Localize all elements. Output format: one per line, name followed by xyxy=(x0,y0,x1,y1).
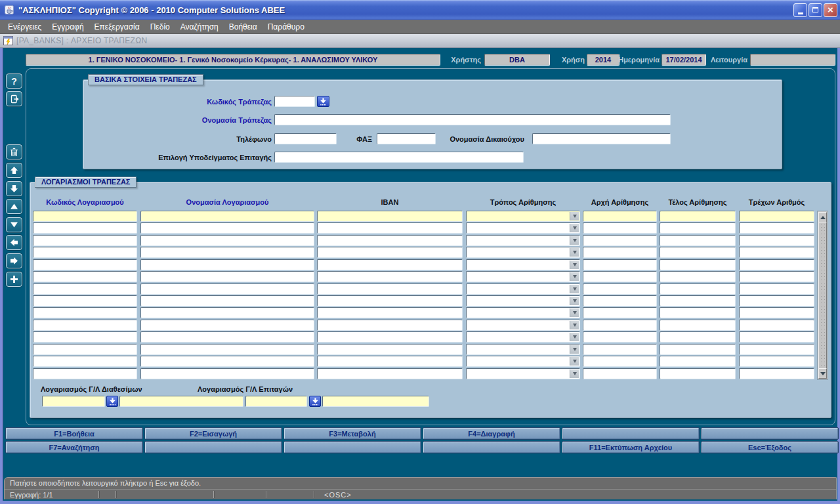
dropdown-arrow-icon[interactable] xyxy=(570,272,579,281)
grid-cell-r1-c7[interactable] xyxy=(739,211,814,222)
grid-cell-r5-c6[interactable] xyxy=(660,259,736,270)
grid-cell-r8-c3[interactable] xyxy=(317,295,463,306)
dropdown-arrow-icon[interactable] xyxy=(570,297,579,305)
grid-cell-r13-c3[interactable] xyxy=(317,356,463,367)
grid-cell-r4-c6[interactable] xyxy=(660,247,736,258)
grid-cell-r11-c5[interactable] xyxy=(583,331,657,343)
grid-cell-r1-c6[interactable] xyxy=(660,211,736,222)
grid-cell-r5-c3[interactable] xyxy=(317,259,463,270)
grid-cell-r3-c7[interactable] xyxy=(739,235,814,246)
grid-cell-r8-c2[interactable] xyxy=(140,295,314,306)
bank-code-lov-button[interactable] xyxy=(317,96,329,107)
grid-cell-r7-c5[interactable] xyxy=(583,284,657,295)
grid-cell-r5-c4[interactable] xyxy=(466,259,580,270)
fkey-f4-button[interactable]: F4=Διαγραφή xyxy=(423,427,560,440)
fkey-blank-button[interactable] xyxy=(423,441,560,453)
grid-cell-r12-c6[interactable] xyxy=(660,344,736,355)
fkey-esc-button[interactable]: Esc=Έξοδος xyxy=(701,441,839,453)
grid-cell-r5-c5[interactable] xyxy=(583,259,657,270)
grid-cell-r11-c4[interactable] xyxy=(466,331,580,343)
dropdown-arrow-icon[interactable] xyxy=(570,345,579,354)
grid-cell-r4-c4[interactable] xyxy=(466,247,580,258)
grid-cell-r6-c2[interactable] xyxy=(140,271,314,282)
grid-cell-r9-c3[interactable] xyxy=(317,307,463,318)
grid-cell-r1-c1[interactable] xyxy=(33,211,137,222)
phone-input[interactable] xyxy=(274,133,337,144)
grid-cell-r12-c4[interactable] xyxy=(466,344,580,355)
grid-cell-r1-c2[interactable] xyxy=(140,211,314,222)
maximize-button[interactable] xyxy=(808,3,822,17)
menu-item-3[interactable]: Επεξεργασία xyxy=(89,21,145,33)
grid-cell-r3-c3[interactable] xyxy=(317,235,463,246)
scrollbar-up-icon[interactable] xyxy=(818,212,827,222)
fax-input[interactable] xyxy=(377,133,436,144)
grid-cell-r11-c6[interactable] xyxy=(660,331,736,343)
grid-cell-r2-c5[interactable] xyxy=(583,222,657,234)
menu-item-2[interactable]: Εγγραφή xyxy=(47,21,89,33)
grid-cell-r8-c1[interactable] xyxy=(33,295,137,306)
grid-cell-r6-c6[interactable] xyxy=(660,271,736,282)
grid-cell-r14-c6[interactable] xyxy=(660,368,736,379)
grid-cell-r12-c7[interactable] xyxy=(739,344,814,355)
fkey-f3-button[interactable]: F3=Μεταβολή xyxy=(284,427,421,440)
dropdown-arrow-icon[interactable] xyxy=(570,369,579,378)
grid-cell-r2-c4[interactable] xyxy=(466,222,580,234)
grid-cell-r3-c5[interactable] xyxy=(583,235,657,246)
grid-cell-r12-c2[interactable] xyxy=(140,344,314,355)
grid-cell-r7-c1[interactable] xyxy=(33,284,137,295)
grid-cell-r4-c1[interactable] xyxy=(33,247,137,258)
grid-cell-r10-c7[interactable] xyxy=(739,320,814,331)
gl-available-name-input[interactable] xyxy=(119,396,243,407)
exit-button[interactable] xyxy=(6,91,22,106)
grid-cell-r11-c3[interactable] xyxy=(317,331,463,343)
grid-cell-r10-c2[interactable] xyxy=(140,320,314,331)
dropdown-arrow-icon[interactable] xyxy=(570,357,579,366)
dropdown-arrow-icon[interactable] xyxy=(570,248,579,257)
grid-cell-r13-c1[interactable] xyxy=(33,356,137,367)
scroll-down-button[interactable] xyxy=(6,217,22,232)
fkey-blank-button[interactable] xyxy=(284,441,421,453)
grid-cell-r9-c1[interactable] xyxy=(33,307,137,318)
gl-cheques-name-input[interactable] xyxy=(322,396,429,407)
grid-cell-r4-c5[interactable] xyxy=(583,247,657,258)
dropdown-arrow-icon[interactable] xyxy=(570,285,579,293)
fkey-f11-button[interactable]: F11=Εκτύπωση Αρχείου xyxy=(562,441,700,453)
move-up-button[interactable] xyxy=(6,163,22,178)
grid-scrollbar[interactable] xyxy=(817,211,828,380)
grid-cell-r1-c3[interactable] xyxy=(317,211,463,222)
move-right-button[interactable] xyxy=(6,253,22,268)
grid-cell-r12-c1[interactable] xyxy=(33,344,137,355)
grid-cell-r9-c5[interactable] xyxy=(583,307,657,318)
grid-cell-r13-c2[interactable] xyxy=(140,356,314,367)
grid-cell-r12-c3[interactable] xyxy=(317,344,463,355)
grid-cell-r10-c3[interactable] xyxy=(317,320,463,331)
grid-cell-r10-c4[interactable] xyxy=(466,320,580,331)
grid-cell-r8-c4[interactable] xyxy=(466,295,580,306)
grid-cell-r7-c4[interactable] xyxy=(466,284,580,295)
grid-cell-r7-c7[interactable] xyxy=(739,284,814,295)
move-left-button[interactable] xyxy=(6,235,22,250)
grid-cell-r14-c5[interactable] xyxy=(583,368,657,379)
menu-item-1[interactable]: Ενέργειες xyxy=(3,21,47,33)
scrollbar-down-icon[interactable] xyxy=(818,368,827,379)
grid-cell-r13-c6[interactable] xyxy=(660,356,736,367)
grid-cell-r7-c6[interactable] xyxy=(660,284,736,295)
gl-available-lov-button[interactable] xyxy=(106,396,118,407)
grid-cell-r4-c3[interactable] xyxy=(317,247,463,258)
grid-cell-r3-c6[interactable] xyxy=(660,235,736,246)
grid-cell-r13-c5[interactable] xyxy=(583,356,657,367)
grid-cell-r14-c4[interactable] xyxy=(466,368,580,379)
fkey-blank-button[interactable] xyxy=(562,427,700,440)
gl-available-code-input[interactable] xyxy=(42,396,105,407)
add-button[interactable] xyxy=(6,272,22,287)
grid-cell-r5-c1[interactable] xyxy=(33,259,137,270)
dropdown-arrow-icon[interactable] xyxy=(570,321,579,329)
grid-cell-r6-c4[interactable] xyxy=(466,271,580,282)
grid-cell-r14-c7[interactable] xyxy=(739,368,814,379)
menu-item-5[interactable]: Αναζήτηση xyxy=(175,21,224,33)
grid-cell-r5-c7[interactable] xyxy=(739,259,814,270)
menu-item-7[interactable]: Παράθυρο xyxy=(262,21,310,33)
grid-cell-r9-c6[interactable] xyxy=(660,307,736,318)
scroll-up-button[interactable] xyxy=(6,199,22,214)
grid-cell-r9-c2[interactable] xyxy=(140,307,314,318)
